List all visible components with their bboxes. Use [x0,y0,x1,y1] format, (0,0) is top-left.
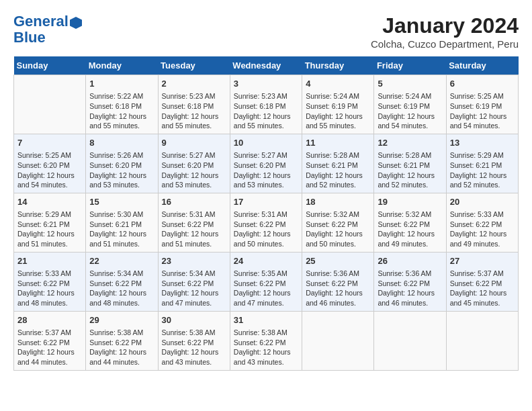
weekday-header-friday: Friday [374,56,446,75]
calendar-week-row: 7Sunrise: 5:25 AM Sunset: 6:20 PM Daylig… [14,134,519,193]
weekday-header-saturday: Saturday [446,56,518,75]
calendar-cell: 5Sunrise: 5:24 AM Sunset: 6:19 PM Daylig… [374,75,446,134]
calendar-cell: 26Sunrise: 5:36 AM Sunset: 6:22 PM Dayli… [374,252,446,311]
day-info: Sunrise: 5:27 AM Sunset: 6:20 PM Dayligh… [234,150,298,190]
calendar-week-row: 21Sunrise: 5:33 AM Sunset: 6:22 PM Dayli… [14,252,519,311]
page-title: January 2024 [371,13,519,38]
day-info: Sunrise: 5:36 AM Sunset: 6:22 PM Dayligh… [378,269,442,308]
day-info: Sunrise: 5:35 AM Sunset: 6:22 PM Dayligh… [234,269,298,308]
title-area: January 2024 Colcha, Cuzco Department, P… [371,13,519,50]
day-number: 20 [450,196,515,208]
day-info: Sunrise: 5:34 AM Sunset: 6:22 PM Dayligh… [89,269,154,308]
calendar-cell: 23Sunrise: 5:34 AM Sunset: 6:22 PM Dayli… [158,252,230,311]
calendar-cell: 10Sunrise: 5:27 AM Sunset: 6:20 PM Dayli… [230,134,302,193]
day-number: 16 [162,196,226,208]
svg-marker-0 [70,17,82,29]
day-number: 18 [306,196,370,208]
day-number: 5 [378,78,442,90]
day-info: Sunrise: 5:34 AM Sunset: 6:22 PM Dayligh… [162,269,226,308]
day-info: Sunrise: 5:23 AM Sunset: 6:18 PM Dayligh… [234,91,298,131]
day-info: Sunrise: 5:31 AM Sunset: 6:22 PM Dayligh… [162,210,226,249]
day-number: 8 [89,137,154,149]
calendar-table: SundayMondayTuesdayWednesdayThursdayFrid… [13,56,519,371]
calendar-cell: 3Sunrise: 5:23 AM Sunset: 6:18 PM Daylig… [230,75,302,134]
calendar-cell: 11Sunrise: 5:28 AM Sunset: 6:21 PM Dayli… [302,134,374,193]
day-info: Sunrise: 5:29 AM Sunset: 6:21 PM Dayligh… [17,210,82,249]
day-info: Sunrise: 5:24 AM Sunset: 6:19 PM Dayligh… [306,91,370,131]
day-info: Sunrise: 5:32 AM Sunset: 6:22 PM Dayligh… [306,210,370,249]
day-number: 4 [306,78,370,90]
day-number: 3 [234,78,298,90]
day-number: 29 [89,314,154,326]
calendar-cell: 25Sunrise: 5:36 AM Sunset: 6:22 PM Dayli… [302,252,374,311]
day-number: 10 [234,137,298,149]
header: General Blue January 2024 Colcha, Cuzco … [13,13,519,50]
day-info: Sunrise: 5:36 AM Sunset: 6:22 PM Dayligh… [306,269,370,308]
day-info: Sunrise: 5:27 AM Sunset: 6:20 PM Dayligh… [162,150,226,190]
day-info: Sunrise: 5:30 AM Sunset: 6:21 PM Dayligh… [89,210,154,249]
day-info: Sunrise: 5:29 AM Sunset: 6:21 PM Dayligh… [450,150,515,190]
day-number: 24 [234,255,298,267]
weekday-header-wednesday: Wednesday [230,56,302,75]
day-number: 19 [378,196,442,208]
weekday-header-thursday: Thursday [302,56,374,75]
day-info: Sunrise: 5:26 AM Sunset: 6:20 PM Dayligh… [89,150,154,190]
day-info: Sunrise: 5:25 AM Sunset: 6:19 PM Dayligh… [450,91,515,131]
day-info: Sunrise: 5:25 AM Sunset: 6:20 PM Dayligh… [17,150,82,190]
calendar-cell: 17Sunrise: 5:31 AM Sunset: 6:22 PM Dayli… [230,193,302,252]
calendar-cell: 31Sunrise: 5:38 AM Sunset: 6:22 PM Dayli… [230,311,302,370]
day-number: 15 [89,196,154,208]
calendar-cell: 16Sunrise: 5:31 AM Sunset: 6:22 PM Dayli… [158,193,230,252]
calendar-cell: 29Sunrise: 5:38 AM Sunset: 6:22 PM Dayli… [86,311,158,370]
day-number: 28 [17,314,82,326]
day-info: Sunrise: 5:38 AM Sunset: 6:22 PM Dayligh… [162,328,226,367]
day-info: Sunrise: 5:24 AM Sunset: 6:19 PM Dayligh… [378,91,442,131]
day-info: Sunrise: 5:37 AM Sunset: 6:22 PM Dayligh… [17,328,82,367]
day-number: 2 [162,78,226,90]
weekday-header-sunday: Sunday [14,56,86,75]
day-number: 9 [162,137,226,149]
logo: General Blue [13,13,82,46]
calendar-cell: 15Sunrise: 5:30 AM Sunset: 6:21 PM Dayli… [86,193,158,252]
day-number: 25 [306,255,370,267]
day-info: Sunrise: 5:28 AM Sunset: 6:21 PM Dayligh… [378,150,442,190]
day-info: Sunrise: 5:31 AM Sunset: 6:22 PM Dayligh… [234,210,298,249]
calendar-cell: 14Sunrise: 5:29 AM Sunset: 6:21 PM Dayli… [14,193,86,252]
day-number: 23 [162,255,226,267]
day-number: 31 [234,314,298,326]
calendar-cell [446,311,518,370]
calendar-cell: 28Sunrise: 5:37 AM Sunset: 6:22 PM Dayli… [14,311,86,370]
calendar-cell: 13Sunrise: 5:29 AM Sunset: 6:21 PM Dayli… [446,134,518,193]
calendar-cell: 6Sunrise: 5:25 AM Sunset: 6:19 PM Daylig… [446,75,518,134]
day-number: 13 [450,137,515,149]
day-info: Sunrise: 5:38 AM Sunset: 6:22 PM Dayligh… [89,328,154,367]
day-info: Sunrise: 5:22 AM Sunset: 6:18 PM Dayligh… [89,91,154,131]
calendar-cell: 7Sunrise: 5:25 AM Sunset: 6:20 PM Daylig… [14,134,86,193]
day-number: 30 [162,314,226,326]
calendar-week-row: 14Sunrise: 5:29 AM Sunset: 6:21 PM Dayli… [14,193,519,252]
logo-blue: Blue [13,30,82,46]
calendar-cell: 20Sunrise: 5:33 AM Sunset: 6:22 PM Dayli… [446,193,518,252]
day-info: Sunrise: 5:32 AM Sunset: 6:22 PM Dayligh… [378,210,442,249]
calendar-week-row: 28Sunrise: 5:37 AM Sunset: 6:22 PM Dayli… [14,311,519,370]
day-number: 12 [378,137,442,149]
day-number: 17 [234,196,298,208]
day-number: 26 [378,255,442,267]
calendar-cell: 19Sunrise: 5:32 AM Sunset: 6:22 PM Dayli… [374,193,446,252]
calendar-cell [302,311,374,370]
calendar-cell [374,311,446,370]
day-number: 27 [450,255,515,267]
day-info: Sunrise: 5:28 AM Sunset: 6:21 PM Dayligh… [306,150,370,190]
calendar-cell: 4Sunrise: 5:24 AM Sunset: 6:19 PM Daylig… [302,75,374,134]
logo-general: General [13,13,82,30]
day-info: Sunrise: 5:38 AM Sunset: 6:22 PM Dayligh… [234,328,298,367]
day-number: 11 [306,137,370,149]
day-info: Sunrise: 5:23 AM Sunset: 6:18 PM Dayligh… [162,91,226,131]
day-info: Sunrise: 5:33 AM Sunset: 6:22 PM Dayligh… [17,269,82,308]
calendar-cell: 22Sunrise: 5:34 AM Sunset: 6:22 PM Dayli… [86,252,158,311]
calendar-cell: 18Sunrise: 5:32 AM Sunset: 6:22 PM Dayli… [302,193,374,252]
calendar-cell: 30Sunrise: 5:38 AM Sunset: 6:22 PM Dayli… [158,311,230,370]
weekday-header-row: SundayMondayTuesdayWednesdayThursdayFrid… [14,56,519,75]
calendar-cell: 1Sunrise: 5:22 AM Sunset: 6:18 PM Daylig… [86,75,158,134]
calendar-cell [14,75,86,134]
